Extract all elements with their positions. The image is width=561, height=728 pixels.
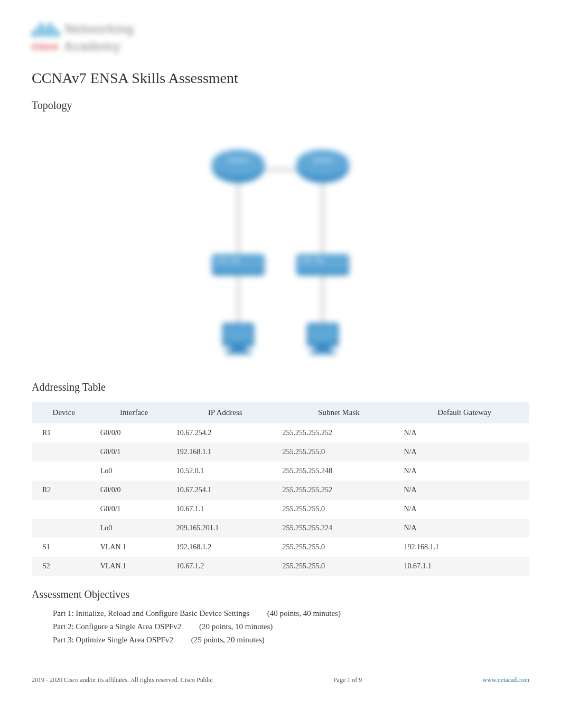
section-topology-heading: Topology (32, 99, 529, 112)
cell-ip: 10.52.0.1 (172, 462, 278, 481)
svg-rect-7 (228, 159, 249, 161)
cell-ip: 10.67.254.2 (172, 423, 278, 443)
cell-gateway: 192.168.1.1 (399, 538, 529, 557)
section-addressing-heading: Addressing Table (32, 381, 529, 393)
logo-text-networking: Networking (65, 22, 134, 36)
svg-rect-21 (230, 347, 246, 351)
objective-points: (40 points, 40 minutes) (267, 609, 341, 618)
cell-interface: VLAN 1 (96, 538, 172, 557)
cell-mask: 255.255.255.0 (278, 538, 400, 557)
cell-interface: G0/0/1 (96, 500, 172, 519)
cell-device (32, 462, 96, 481)
cell-gateway: N/A (399, 462, 529, 481)
cell-mask: 255.255.255.248 (278, 462, 400, 481)
cell-device: R1 (32, 423, 96, 443)
cell-device: S2 (32, 557, 96, 576)
col-mask: Subnet Mask (278, 402, 400, 423)
cell-gateway: N/A (399, 423, 529, 443)
cell-gateway: 10.67.1.1 (399, 557, 529, 576)
topology-diagram (32, 122, 529, 365)
col-gateway: Default Gateway (399, 402, 529, 423)
cell-device (32, 500, 96, 519)
footer-link[interactable]: www.netacad.com (482, 676, 529, 684)
cell-mask: 255.255.255.0 (278, 500, 400, 519)
svg-rect-22 (225, 351, 251, 354)
col-interface: Interface (96, 402, 172, 423)
col-device: Device (32, 402, 96, 423)
svg-rect-25 (315, 347, 331, 351)
svg-rect-17 (302, 260, 311, 262)
objective-text: Part 1: Initialize, Reload and Configure… (53, 609, 249, 618)
objective-text: Part 3: Optimize Single Area OSPFv2 (53, 635, 173, 644)
cell-mask: 255.255.255.224 (278, 519, 400, 538)
cell-gateway: N/A (399, 481, 529, 500)
cell-ip: 10.67.1.1 (172, 500, 278, 519)
logo-brand: cisco (32, 41, 59, 52)
cell-ip: 10.67.254.1 (172, 481, 278, 500)
objective-points: (20 points, 10 minutes) (199, 622, 273, 631)
objective-item: Part 2: Configure a Single Area OSPFv2 (… (53, 622, 529, 631)
objective-text: Part 2: Configure a Single Area OSPFv2 (53, 622, 181, 631)
svg-rect-24 (310, 326, 336, 343)
addressing-table: Device Interface IP Address Subnet Mask … (32, 402, 529, 576)
objective-points: (25 points, 20 minutes) (191, 635, 265, 644)
table-row: G0/0/1 10.67.1.1 255.255.255.0 N/A (32, 500, 529, 519)
page-footer: 2019 - 2020 Cisco and/or its affiliates.… (32, 676, 529, 684)
cisco-bars-icon (32, 21, 60, 37)
svg-rect-26 (310, 351, 336, 354)
footer-page-number: Page 1 of 9 (333, 676, 362, 684)
table-row: R1 G0/0/0 10.67.254.2 255.255.255.252 N/… (32, 423, 529, 443)
objective-item: Part 3: Optimize Single Area OSPFv2 (25 … (53, 635, 529, 644)
svg-rect-16 (297, 255, 348, 271)
col-ip: IP Address (172, 402, 278, 423)
cisco-logo: Networking cisco Academy (32, 21, 529, 54)
cell-mask: 255.255.255.252 (278, 423, 400, 443)
svg-point-6 (212, 150, 265, 177)
cell-device: R2 (32, 481, 96, 500)
table-row: Lo0 10.52.0.1 255.255.255.248 N/A (32, 462, 529, 481)
cell-interface: G0/0/0 (96, 481, 172, 500)
table-header-row: Device Interface IP Address Subnet Mask … (32, 402, 529, 423)
objectives-list: Part 1: Initialize, Reload and Configure… (53, 609, 529, 644)
table-row: S2 VLAN 1 10.67.1.2 255.255.255.0 10.67.… (32, 557, 529, 576)
table-row: Lo0 209.165.201.1 255.255.255.224 N/A (32, 519, 529, 538)
svg-rect-10 (312, 159, 333, 161)
cell-ip: 192.168.1.2 (172, 538, 278, 557)
cell-interface: VLAN 1 (96, 557, 172, 576)
cell-interface: Lo0 (96, 519, 172, 538)
svg-rect-14 (230, 260, 240, 262)
cell-device (32, 443, 96, 462)
svg-rect-12 (213, 255, 264, 271)
section-objectives-heading: Assessment Objectives (32, 588, 529, 601)
page-title: CCNAv7 ENSA Skills Assessment (32, 70, 529, 87)
cell-gateway: N/A (399, 443, 529, 462)
table-row: R2 G0/0/0 10.67.254.1 255.255.255.252 N/… (32, 481, 529, 500)
network-topology-icon (164, 122, 397, 365)
footer-copyright: 2019 - 2020 Cisco and/or its affiliates.… (32, 676, 213, 684)
cell-mask: 255.255.255.252 (278, 481, 400, 500)
table-row: S1 VLAN 1 192.168.1.2 255.255.255.0 192.… (32, 538, 529, 557)
svg-rect-20 (225, 326, 251, 343)
cell-device (32, 519, 96, 538)
cell-ip: 209.165.201.1 (172, 519, 278, 538)
cell-interface: G0/0/1 (96, 443, 172, 462)
cell-interface: Lo0 (96, 462, 172, 481)
objective-item: Part 1: Initialize, Reload and Configure… (53, 609, 529, 618)
cell-device: S1 (32, 538, 96, 557)
svg-rect-18 (315, 260, 324, 262)
logo-text-academy: Academy (64, 39, 120, 54)
cell-gateway: N/A (399, 500, 529, 519)
cell-interface: G0/0/0 (96, 423, 172, 443)
svg-point-9 (296, 150, 349, 177)
cell-mask: 255.255.255.0 (278, 443, 400, 462)
cell-mask: 255.255.255.0 (278, 557, 400, 576)
table-row: G0/0/1 192.168.1.1 255.255.255.0 N/A (32, 443, 529, 462)
svg-rect-13 (217, 260, 227, 262)
cell-ip: 10.67.1.2 (172, 557, 278, 576)
cell-gateway: N/A (399, 519, 529, 538)
cell-ip: 192.168.1.1 (172, 443, 278, 462)
